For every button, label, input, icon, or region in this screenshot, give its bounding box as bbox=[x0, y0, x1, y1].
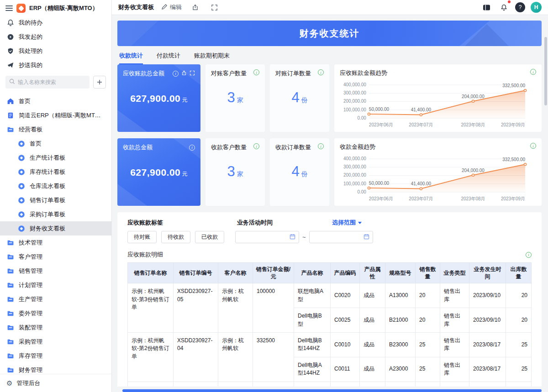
avatar[interactable]: H bbox=[531, 2, 542, 13]
sidebar-group-boards[interactable]: 经营看板 bbox=[0, 122, 111, 136]
svg-text:200,000.00: 200,000.00 bbox=[343, 99, 366, 104]
sidebar-item-board-purchase-orders[interactable]: 采购订单看板 bbox=[0, 207, 111, 221]
info-icon[interactable]: i bbox=[318, 69, 324, 75]
menu-toggle-icon[interactable] bbox=[5, 5, 13, 11]
cell-date: 2023/09/10 bbox=[469, 283, 506, 308]
sidebar-item-label: 委外管理 bbox=[19, 309, 42, 318]
app-circle-icon bbox=[17, 225, 25, 232]
sidebar-item-label: 我的待办 bbox=[19, 19, 42, 27]
time-filter-label: 业务活动时间 bbox=[237, 219, 273, 227]
folder-icon bbox=[6, 352, 14, 360]
cell-code: C0010 bbox=[331, 332, 360, 357]
info-icon[interactable]: i bbox=[530, 143, 536, 149]
folder-icon bbox=[6, 267, 14, 275]
svg-text:41,400.00: 41,400.00 bbox=[411, 107, 432, 112]
date-end-field[interactable] bbox=[313, 234, 364, 240]
receivables-detail-table: 销售订单名称 销售订单编号 客户名称 销售订单金额/元 产品名称 产品编码 产品… bbox=[127, 262, 532, 387]
sidebar-folder-outsourcing[interactable]: 委外管理 bbox=[0, 306, 111, 320]
card-title: 收款客户数量 bbox=[211, 143, 247, 152]
svg-text:200,000.00: 200,000.00 bbox=[343, 172, 366, 178]
sidebar-folder-customer[interactable]: 客户管理 bbox=[0, 250, 111, 264]
search-input[interactable] bbox=[18, 79, 86, 85]
tab-payment-stats[interactable]: 付款统计 bbox=[157, 52, 180, 64]
admin-console-link[interactable]: ⚙ 管理后台 bbox=[0, 374, 111, 392]
sidebar-item-board-home[interactable]: 首页 bbox=[0, 136, 111, 151]
tag-received-button[interactable]: 已收款 bbox=[195, 231, 224, 243]
expand-icon[interactable] bbox=[190, 70, 195, 77]
cell-order-no: XSDD230927-04 bbox=[174, 332, 218, 382]
sidebar-folder-purchasing[interactable]: 采购管理 bbox=[0, 335, 111, 349]
cell-product: Dell电脑B型144HZ bbox=[294, 332, 331, 357]
cell-spec: A23000 bbox=[385, 357, 416, 382]
sidebar-item-board-warehouse-flow[interactable]: 仓库流水看板 bbox=[0, 179, 111, 193]
sidebar-item-my-initiated[interactable]: 我发起的 bbox=[0, 30, 111, 44]
date-start-input[interactable] bbox=[235, 231, 299, 243]
app-circle-icon bbox=[17, 182, 25, 190]
info-icon[interactable]: i bbox=[530, 69, 536, 75]
cell-out-qty: 20 bbox=[506, 382, 532, 387]
search-box[interactable] bbox=[5, 76, 90, 89]
info-icon[interactable]: i bbox=[318, 143, 324, 149]
sidebar-folder-sales[interactable]: 销售管理 bbox=[0, 264, 111, 278]
tab-period-balance[interactable]: 账款期初期末 bbox=[194, 52, 230, 64]
sidebar-folder-tech[interactable]: 技术管理 bbox=[0, 235, 111, 250]
column-header: 销售订单金额/元 bbox=[253, 263, 294, 283]
sidebar-folder-inventory[interactable]: 库存管理 bbox=[0, 349, 111, 363]
sidebar-item-home[interactable]: 首页 bbox=[0, 94, 111, 108]
date-start-field[interactable] bbox=[239, 234, 290, 240]
app-circle-icon bbox=[17, 154, 25, 162]
tab-receipt-stats[interactable]: 收款统计 bbox=[119, 52, 143, 64]
app-title: ERP（精细版-离散MTO） bbox=[29, 4, 98, 12]
sidebar-item-board-production[interactable]: 生产统计看板 bbox=[0, 151, 111, 165]
sidebar-item-board-inventory[interactable]: 库存统计看板 bbox=[0, 165, 111, 179]
info-icon[interactable]: i bbox=[526, 252, 532, 258]
sidebar-item-cc-to-me[interactable]: 抄送我的 bbox=[0, 58, 111, 72]
panel-toggle-icon[interactable] bbox=[480, 1, 492, 13]
add-button[interactable] bbox=[93, 76, 106, 89]
fullscreen-button[interactable] bbox=[208, 1, 220, 13]
folder-icon bbox=[6, 281, 14, 289]
svg-text:50,000.00: 50,000.00 bbox=[369, 181, 390, 186]
cell-qty: 20 bbox=[416, 308, 440, 333]
tag-pending-receipt-button[interactable]: 待收款 bbox=[161, 231, 190, 243]
card-total-receivable: 应收账款总金额 i 627,900.00元 bbox=[117, 64, 200, 132]
column-header: 出库数量 bbox=[506, 263, 532, 283]
edit-button[interactable]: 编辑 bbox=[161, 3, 182, 11]
sidebar-item-label: 库存管理 bbox=[19, 352, 42, 360]
sidebar-search-row bbox=[0, 72, 111, 93]
sidebar-nav: 首页 简道云ERP（精细版-离散MTO）「... 经营看板 首页 生产统计看板 … bbox=[0, 93, 111, 374]
svg-text:400,000.00: 400,000.00 bbox=[343, 82, 366, 87]
sidebar-item-my-todo[interactable]: 我的待办 bbox=[0, 16, 111, 30]
share-icon[interactable] bbox=[181, 70, 187, 77]
cell-customer: 示例：杭州帆软 bbox=[218, 283, 253, 333]
help-button[interactable]: ? bbox=[515, 2, 525, 12]
info-icon[interactable]: i bbox=[253, 143, 259, 149]
sidebar-folder-assembly[interactable]: 装配管理 bbox=[0, 320, 111, 335]
sidebar-item-board-finance[interactable]: 财务收支看板 bbox=[0, 221, 111, 235]
info-icon[interactable]: i bbox=[173, 71, 179, 77]
svg-text:332,500.00: 332,500.00 bbox=[502, 157, 525, 162]
gear-icon: ⚙ bbox=[6, 380, 12, 387]
cell-code: C0011 bbox=[331, 357, 360, 382]
select-range-link[interactable]: 选择范围 bbox=[332, 219, 362, 227]
edit-label: 编辑 bbox=[170, 3, 182, 11]
date-end-input[interactable] bbox=[309, 231, 373, 243]
sidebar-item-erp-app[interactable]: 简道云ERP（精细版-离散MTO）「... bbox=[0, 108, 111, 122]
sidebar-item-board-sales-orders[interactable]: 销售订单看板 bbox=[0, 193, 111, 207]
sidebar-folder-production[interactable]: 生产管理 bbox=[0, 292, 111, 306]
info-icon[interactable]: i bbox=[253, 69, 259, 75]
folder-icon bbox=[6, 338, 14, 345]
sidebar-item-my-handled[interactable]: 我处理的 bbox=[0, 44, 111, 58]
tag-pending-reconcile-button[interactable]: 待对账 bbox=[127, 231, 157, 243]
sidebar-folder-finance[interactable]: 财务管理 bbox=[0, 363, 111, 374]
table-horizontal-scrollbar[interactable] bbox=[122, 389, 542, 392]
share-button[interactable] bbox=[189, 1, 201, 13]
cell-order-no: XSDD230927-03 bbox=[174, 382, 218, 387]
content-vertical-scrollbar[interactable] bbox=[544, 37, 547, 105]
svg-text:50,000.00: 50,000.00 bbox=[369, 107, 390, 112]
sidebar-folder-planning[interactable]: 计划管理 bbox=[0, 278, 111, 292]
notifications-button[interactable] bbox=[498, 1, 510, 13]
info-icon[interactable]: i bbox=[189, 145, 195, 151]
notification-badge bbox=[508, 0, 511, 3]
column-header: 销售订单编号 bbox=[174, 263, 218, 283]
